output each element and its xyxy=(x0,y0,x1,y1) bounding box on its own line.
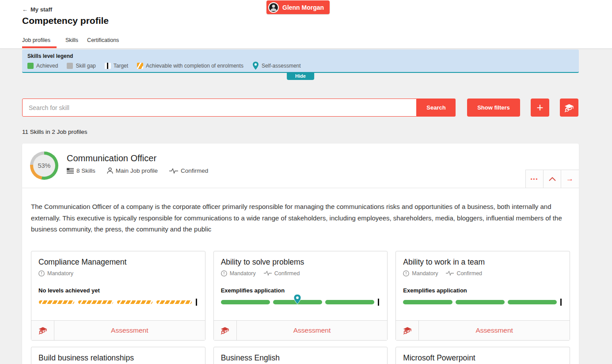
skill-title: Business English xyxy=(221,353,380,363)
progress-value: 53% xyxy=(33,155,55,177)
achievable-bar xyxy=(38,300,75,304)
search-input[interactable] xyxy=(22,99,417,117)
legend-label: Achievable with completion of enrolments xyxy=(146,63,243,69)
find-learning-button[interactable] xyxy=(214,321,237,340)
list-icon xyxy=(67,168,74,174)
level-bar-segment xyxy=(273,300,322,304)
plus-icon: + xyxy=(536,102,543,113)
skill-card-body: Ability to work in a team Mandatory Conf… xyxy=(396,251,570,320)
next-profile-button[interactable]: → xyxy=(561,170,579,188)
skill-level-bars xyxy=(221,299,380,306)
tab-job-profiles[interactable]: Job profiles xyxy=(22,37,57,48)
assessment-link[interactable]: Assessment xyxy=(237,321,388,340)
legend-row: AchievedSkill gapTargetAchievable with c… xyxy=(27,61,574,70)
job-profile-description: The Communication Officer of a company i… xyxy=(22,188,579,239)
level-bar-segment xyxy=(78,300,114,304)
page-title: Competency profile xyxy=(22,15,109,26)
results-summary: 11 Skills in 2 Job profiles xyxy=(22,129,579,135)
hide-legend-button[interactable]: Hide xyxy=(287,72,314,80)
mandatory-flag: Mandatory xyxy=(403,270,438,277)
skill-level-bars xyxy=(38,299,198,306)
target-marker-icon xyxy=(378,299,379,306)
skills-level-legend: Skills level legend AchievedSkill gapTar… xyxy=(22,49,579,73)
graduation-cap-search-icon xyxy=(564,103,574,113)
chevron-up-icon xyxy=(549,177,556,181)
skills-count: 8 Skills xyxy=(67,167,95,174)
confirmed-flag: Confirmed xyxy=(264,270,300,277)
skills-grid: Compliance Management MandatoryNo levels… xyxy=(22,239,579,341)
pulse-icon xyxy=(264,271,272,276)
mandatory-alert-icon xyxy=(221,270,227,277)
arrow-right-icon: → xyxy=(566,174,574,183)
achieved-bar xyxy=(403,300,452,304)
skill-card-body: Business English xyxy=(214,347,388,364)
legend-label: Self-assessment xyxy=(262,63,301,69)
skill-title: Ability to solve problems xyxy=(221,258,380,267)
job-profile-title: Communication Officer xyxy=(67,153,208,163)
show-filters-button[interactable]: Show filters xyxy=(467,99,520,117)
achievable-bar xyxy=(117,300,153,304)
skill-card-ability-to-solve-problems: Ability to solve problems Mandatory Conf… xyxy=(213,251,388,341)
skill-level-bars xyxy=(403,299,563,306)
add-skill-button[interactable]: + xyxy=(531,99,549,117)
search-row: Search Show filters + xyxy=(22,99,579,117)
person-photo-icon xyxy=(269,3,278,12)
level-bar-segment xyxy=(156,300,192,304)
pulse-icon xyxy=(169,168,178,174)
skill-card-body: Build business relationships xyxy=(31,347,205,364)
skill-meta: Mandatory xyxy=(38,270,198,277)
skill-title: Compliance Management xyxy=(38,258,198,267)
mandatory-alert-icon xyxy=(403,270,409,277)
level-bar-segment xyxy=(508,300,557,304)
assessment-link[interactable]: Assessment xyxy=(54,321,205,340)
skill-card-ability-to-work-in-a-team: Ability to work in a team Mandatory Conf… xyxy=(395,251,570,341)
page-content: Skills level legend AchievedSkill gapTar… xyxy=(22,49,579,364)
skill-level-label: Exemplifies application xyxy=(403,287,563,294)
find-learning-button[interactable] xyxy=(396,321,419,340)
skill-title: Ability to work in a team xyxy=(403,258,563,267)
job-profile-head-main: Communication Officer 8 Skills xyxy=(67,152,208,188)
achieved-bar xyxy=(508,300,557,304)
job-profile-header: 53% Communication Officer 8 Skills xyxy=(22,144,579,188)
job-profile-actions: ••• → xyxy=(525,170,579,188)
app-header: ← My staff Competency profile Glenn Morg… xyxy=(0,0,612,49)
back-label: My staff xyxy=(30,6,52,13)
skill-meta: Mandatory Confirmed xyxy=(403,270,563,277)
self-assessment-pin-icon xyxy=(294,294,301,304)
user-badge[interactable]: Glenn Morgan xyxy=(266,0,330,14)
tab-bar: Job profilesSkillsCertifications xyxy=(22,37,119,48)
achievable-swatch-icon xyxy=(137,63,143,69)
achieved-bar xyxy=(221,300,270,304)
self-assessment-pin-icon xyxy=(252,61,259,70)
user-name: Glenn Morgan xyxy=(282,4,324,11)
skill-level-label: No levels achieved yet xyxy=(38,287,198,294)
legend-item-achieved: Achieved xyxy=(27,63,58,69)
skill-title: Build business relationships xyxy=(38,353,198,363)
mandatory-alert-icon xyxy=(38,270,45,277)
find-learning-button[interactable] xyxy=(31,321,54,340)
progress-ring: 53% xyxy=(30,152,58,180)
skill-card-compliance-management: Compliance Management MandatoryNo levels… xyxy=(31,251,205,341)
job-profile-meta: 8 Skills Main Job profile xyxy=(67,167,208,174)
more-options-button[interactable]: ••• xyxy=(526,170,544,188)
target-marker-icon xyxy=(560,299,562,306)
skill-card-footer: Assessment xyxy=(214,320,388,340)
skill-card-body: Compliance Management MandatoryNo levels… xyxy=(31,251,205,320)
assessment-link[interactable]: Assessment xyxy=(419,321,570,340)
tab-skills[interactable]: Skills xyxy=(65,37,78,48)
search-button[interactable]: Search xyxy=(417,99,456,117)
legend-label: Skill gap xyxy=(76,63,95,69)
confirmed-status: Confirmed xyxy=(169,167,208,174)
achievable-bar xyxy=(78,300,114,304)
skills-grid-second-row: Build business relationshipsBusiness Eng… xyxy=(22,341,579,364)
mandatory-flag: Mandatory xyxy=(38,270,73,277)
back-link[interactable]: ← My staff xyxy=(22,6,52,13)
main-job-profile: Main Job profile xyxy=(107,167,158,174)
back-arrow-icon: ← xyxy=(22,6,28,13)
achieved-swatch-icon xyxy=(27,63,34,69)
person-icon xyxy=(107,167,113,174)
achieved-bar xyxy=(456,300,505,304)
collapse-button[interactable] xyxy=(544,170,561,188)
tab-certifications[interactable]: Certifications xyxy=(87,37,119,48)
find-learning-button[interactable] xyxy=(560,99,578,117)
